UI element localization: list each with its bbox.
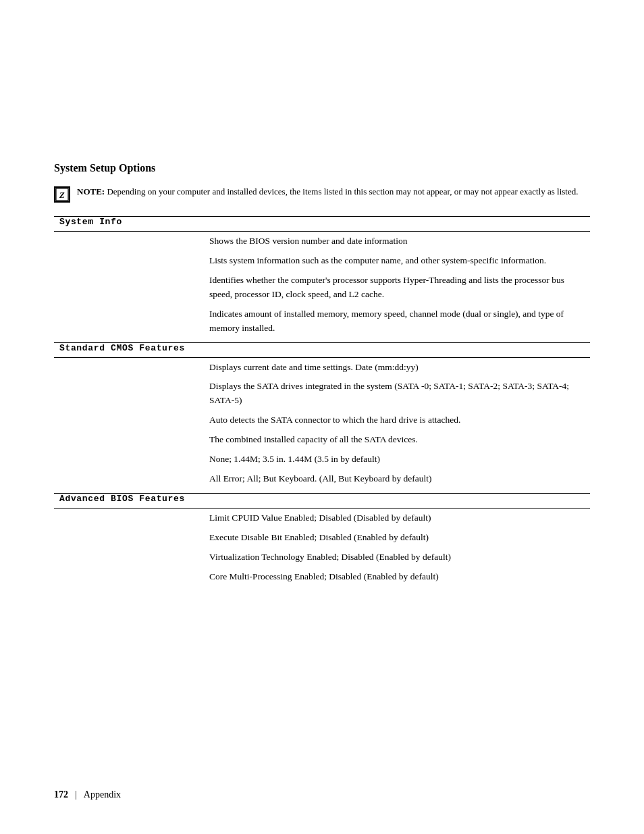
- row-label: [54, 357, 189, 377]
- table-row: Shows the BIOS version number and date i…: [54, 232, 590, 251]
- table-row: Core Multi-Processing Enabled; Disabled …: [54, 567, 590, 591]
- table-row: Limit CPUID Value Enabled; Disabled (Dis…: [54, 508, 590, 527]
- row-label: [54, 567, 189, 591]
- footer: 172 | Appendix: [54, 789, 590, 800]
- row-desc: All Error; All; But Keyboard. (All, But …: [189, 469, 590, 493]
- row-label: [54, 411, 189, 430]
- options-table: System InfoShows the BIOS version number…: [54, 216, 590, 591]
- row-desc: Core Multi-Processing Enabled; Disabled …: [189, 567, 590, 591]
- row-desc: Identifies whether the computer's proces…: [189, 271, 590, 305]
- row-label: [54, 251, 189, 271]
- row-desc: The combined installed capacity of all t…: [189, 430, 590, 450]
- note-icon: Z: [54, 186, 70, 203]
- row-label: [54, 528, 189, 548]
- row-desc: Lists system information such as the com…: [189, 251, 590, 271]
- row-desc: Virtualization Technology Enabled; Disab…: [189, 548, 590, 567]
- row-label: [54, 508, 189, 527]
- row-label: [54, 548, 189, 567]
- note-content: Depending on your computer and installed…: [107, 186, 578, 197]
- table-row: Displays the SATA drives integrated in t…: [54, 377, 590, 411]
- row-label: [54, 232, 189, 251]
- page-container: System Setup Options Z NOTE: Depending o…: [0, 0, 644, 834]
- section-header-1: Standard CMOS Features: [54, 342, 590, 357]
- row-desc: Limit CPUID Value Enabled; Disabled (Dis…: [189, 508, 590, 527]
- row-desc: Displays current date and time settings.…: [189, 357, 590, 377]
- footer-separator: |: [75, 789, 77, 800]
- note-bold: NOTE:: [77, 186, 105, 197]
- footer-page-number: 172: [54, 789, 68, 800]
- note-text: NOTE: Depending on your computer and ins…: [77, 185, 578, 199]
- row-label: [54, 450, 189, 469]
- svg-text:Z: Z: [59, 190, 65, 200]
- row-desc: Shows the BIOS version number and date i…: [189, 232, 590, 251]
- row-desc: Execute Disable Bit Enabled; Disabled (E…: [189, 528, 590, 548]
- table-row: Execute Disable Bit Enabled; Disabled (E…: [54, 528, 590, 548]
- table-row: Auto detects the SATA connector to which…: [54, 411, 590, 430]
- footer-label: Appendix: [84, 789, 121, 800]
- row-desc: None; 1.44M; 3.5 in. 1.44M (3.5 in by de…: [189, 450, 590, 469]
- row-desc: Displays the SATA drives integrated in t…: [189, 377, 590, 411]
- section-header-2: Advanced BIOS Features: [54, 493, 590, 508]
- table-row: The combined installed capacity of all t…: [54, 430, 590, 450]
- table-row: None; 1.44M; 3.5 in. 1.44M (3.5 in by de…: [54, 450, 590, 469]
- table-row: Identifies whether the computer's proces…: [54, 271, 590, 305]
- table-row: Indicates amount of installed memory, me…: [54, 305, 590, 342]
- row-label: [54, 469, 189, 493]
- page-title: System Setup Options: [54, 162, 590, 174]
- table-row: Virtualization Technology Enabled; Disab…: [54, 548, 590, 567]
- row-label: [54, 271, 189, 305]
- table-row: All Error; All; But Keyboard. (All, But …: [54, 469, 590, 493]
- row-desc: Auto detects the SATA connector to which…: [189, 411, 590, 430]
- note-box: Z NOTE: Depending on your computer and i…: [54, 185, 590, 203]
- row-desc: Indicates amount of installed memory, me…: [189, 305, 590, 342]
- row-label: [54, 430, 189, 450]
- table-row: Lists system information such as the com…: [54, 251, 590, 271]
- row-label: [54, 377, 189, 411]
- section-header-0: System Info: [54, 217, 590, 232]
- table-row: Displays current date and time settings.…: [54, 357, 590, 377]
- row-label: [54, 305, 189, 342]
